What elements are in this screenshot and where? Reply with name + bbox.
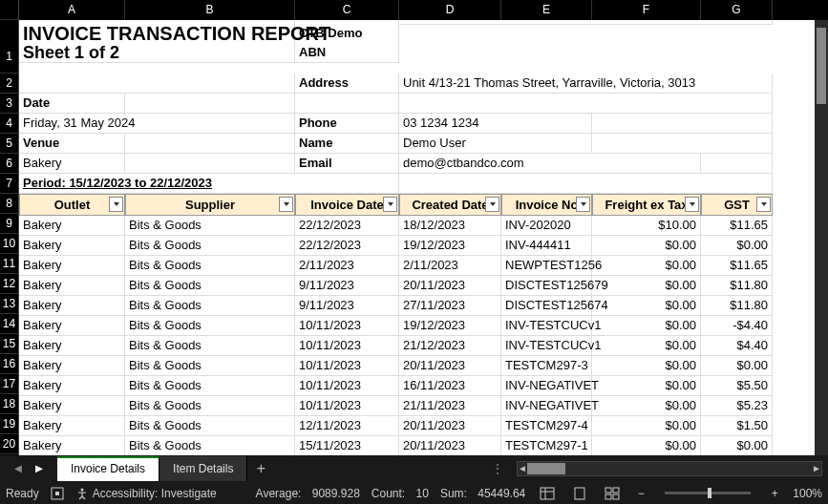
table-cell[interactable]: INV-TESTCUCv1 [501, 336, 592, 356]
table-cell[interactable]: Bakery [19, 396, 125, 416]
address-value-cell[interactable]: Unit 4/13-21 Thomas Street, Yarraville, … [399, 74, 773, 94]
sheet-tab-invoice-details[interactable]: Invoice Details [57, 456, 159, 481]
table-cell[interactable]: 10/11/2023 [295, 376, 399, 396]
table-cell[interactable]: TESTCM297-1 [501, 436, 592, 456]
table-cell[interactable]: Bits & Goods [125, 416, 295, 436]
table-cell[interactable]: $0.00 [592, 336, 701, 356]
row-header-8[interactable]: 8 [0, 194, 18, 214]
header-right-cell[interactable] [399, 20, 773, 25]
table-cell[interactable]: Bits & Goods [125, 316, 295, 336]
table-cell[interactable]: $0.00 [592, 436, 701, 456]
filter-dropdown-icon[interactable] [576, 197, 590, 212]
row-header-19[interactable]: 19 [0, 414, 18, 434]
table-cell[interactable]: Bits & Goods [125, 376, 295, 396]
table-cell[interactable]: Bakery [19, 316, 125, 336]
table-cell[interactable]: 2/11/2023 [295, 256, 399, 276]
column-header-E[interactable]: E [501, 0, 592, 20]
filter-dropdown-icon[interactable] [756, 197, 771, 212]
row-header-5[interactable]: 5 [0, 134, 18, 154]
venue-value-cell[interactable]: Bakery [19, 154, 125, 174]
report-title-cell[interactable]: INVOICE TRANSACTION REPORTSheet 1 of 2 [19, 20, 295, 63]
row-header-15[interactable]: 15 [0, 334, 18, 354]
row-header-13[interactable]: 13 [0, 294, 18, 314]
table-cell[interactable]: 10/11/2023 [295, 396, 399, 416]
table-cell[interactable]: $0.00 [592, 396, 701, 416]
table-cell[interactable]: Bakery [19, 416, 125, 436]
row-header-18[interactable]: 18 [0, 394, 18, 414]
table-cell[interactable]: $0.00 [592, 376, 701, 396]
table-cell[interactable]: $0.00 [701, 356, 773, 376]
filter-dropdown-icon[interactable] [485, 197, 499, 212]
row-header-4[interactable]: 4 [0, 114, 18, 134]
table-cell[interactable]: 21/12/2023 [399, 336, 501, 356]
column-header-G[interactable]: G [701, 0, 773, 20]
filter-dropdown-icon[interactable] [685, 197, 699, 212]
row-header-16[interactable]: 16 [0, 354, 18, 374]
view-normal-icon[interactable] [537, 485, 558, 502]
table-cell[interactable]: 20/11/2023 [399, 416, 501, 436]
table-cell[interactable]: INV-NEGATIVET [501, 376, 592, 396]
table-cell[interactable]: $10.00 [592, 216, 701, 236]
table-cell[interactable]: 18/12/2023 [399, 216, 501, 236]
table-cell[interactable]: INV-TESTCUCv1 [501, 316, 592, 336]
table-header-outlet[interactable]: Outlet [19, 194, 125, 216]
table-cell[interactable]: Bakery [19, 276, 125, 296]
table-cell[interactable]: $0.00 [592, 296, 701, 316]
table-header-invoice-date[interactable]: Invoice Date [295, 194, 399, 216]
row-header-10[interactable]: 10 [0, 234, 18, 254]
table-cell[interactable]: 20/11/2023 [399, 436, 501, 456]
table-cell[interactable]: Bits & Goods [125, 296, 295, 316]
table-header-supplier[interactable]: Supplier [125, 194, 295, 216]
row-header-12[interactable]: 12 [0, 274, 18, 294]
table-cell[interactable]: Bakery [19, 376, 125, 396]
tab-nav-prev[interactable]: ◄ [8, 458, 29, 479]
table-cell[interactable]: $0.00 [592, 416, 701, 436]
table-cell[interactable]: 20/11/2023 [399, 356, 501, 376]
table-cell[interactable]: Bakery [19, 336, 125, 356]
table-cell[interactable]: 9/11/2023 [295, 276, 399, 296]
table-cell[interactable]: TESTCM297-4 [501, 416, 592, 436]
table-cell[interactable]: $0.00 [592, 316, 701, 336]
table-cell[interactable]: 21/11/2023 [399, 396, 501, 416]
column-header-C[interactable]: C [295, 0, 399, 20]
view-page-break-icon[interactable] [602, 485, 623, 502]
table-cell[interactable]: 15/11/2023 [295, 436, 399, 456]
table-cell[interactable]: $0.00 [701, 236, 773, 256]
table-cell[interactable]: Bits & Goods [125, 276, 295, 296]
table-cell[interactable]: NEWPTEST1256 [501, 256, 592, 276]
table-cell[interactable]: Bits & Goods [125, 256, 295, 276]
tab-split-handle[interactable]: ⋮ [483, 461, 511, 476]
tab-nav-next[interactable]: ► [29, 458, 50, 479]
table-cell[interactable]: Bakery [19, 436, 125, 456]
filter-dropdown-icon[interactable] [383, 197, 397, 212]
table-cell[interactable]: TESTCM297-3 [501, 356, 592, 376]
table-cell[interactable]: 16/11/2023 [399, 376, 501, 396]
table-cell[interactable]: $0.00 [592, 276, 701, 296]
column-header-A[interactable]: A [19, 0, 125, 20]
table-cell[interactable]: DISCTEST125679 [501, 276, 592, 296]
table-cell[interactable]: $0.00 [592, 236, 701, 256]
phone-label-cell[interactable]: Phone [295, 114, 399, 134]
row-header-9[interactable]: 9 [0, 214, 18, 234]
zoom-in-button[interactable]: + [768, 487, 781, 500]
table-cell[interactable]: 9/11/2023 [295, 296, 399, 316]
company-cell[interactable]: CTB DemoABN [295, 20, 399, 63]
table-cell[interactable]: Bakery [19, 356, 125, 376]
column-header-D[interactable]: D [399, 0, 501, 20]
table-cell[interactable]: $11.80 [701, 296, 773, 316]
table-header-created-date[interactable]: Created Date [399, 194, 501, 216]
table-cell[interactable]: Bits & Goods [125, 436, 295, 456]
phone-value-cell[interactable]: 03 1234 1234 [399, 114, 592, 134]
table-cell[interactable]: INV-NEGATIVET [501, 396, 592, 416]
table-cell[interactable]: $11.65 [701, 256, 773, 276]
period-cell[interactable]: Period: 15/12/2023 to 22/12/2023 [19, 174, 399, 194]
table-cell[interactable]: Bits & Goods [125, 336, 295, 356]
address-label-cell[interactable]: Address [295, 74, 399, 94]
view-page-layout-icon[interactable] [569, 485, 590, 502]
horizontal-scrollbar[interactable]: ◄ ► [517, 461, 822, 476]
table-cell[interactable]: $11.80 [701, 276, 773, 296]
row-header-6[interactable]: 6 [0, 154, 18, 174]
filter-dropdown-icon[interactable] [109, 197, 123, 212]
table-cell[interactable]: 12/11/2023 [295, 416, 399, 436]
macro-record-icon[interactable] [51, 487, 64, 500]
